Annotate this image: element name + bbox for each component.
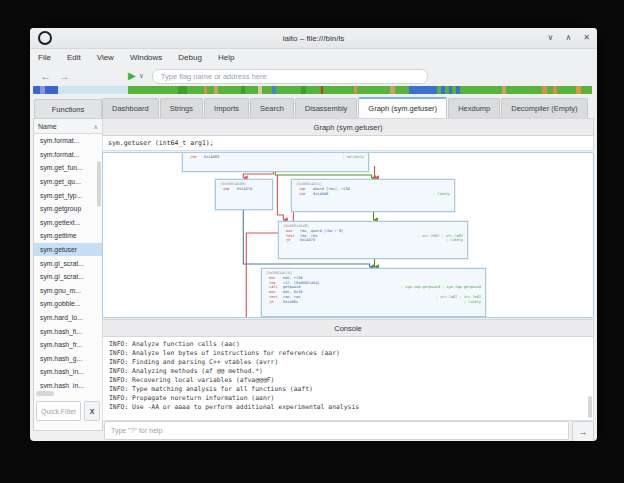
function-list-item[interactable]: sym.get_typ... — [34, 188, 102, 202]
function-list-item[interactable]: sym.hash_in... — [34, 379, 102, 388]
function-list: sym.format...sym.format...sym.get_fun...… — [34, 134, 102, 388]
console-send-button[interactable]: → — [572, 421, 594, 441]
functions-panel: Name ∧ sym.format...sym.format...sym.get… — [33, 118, 103, 431]
flag-address-input[interactable]: Type flag name or address here — [152, 69, 428, 84]
graph-node-0x00014570[interactable]: [0x00014570]movedi, r13dlear12, [0x00021… — [261, 268, 486, 317]
function-list-item[interactable]: sym.get_fun... — [34, 161, 102, 175]
console-dock-title[interactable]: Console — [102, 319, 594, 337]
section-segment — [262, 86, 272, 94]
function-list-item[interactable]: sym.hash_g... — [34, 352, 102, 366]
graph-node-0x00014548[interactable]: [0x00014548]movrbx, qword [rbx + 8]testr… — [278, 221, 468, 259]
tab-graph-sym-getuser[interactable]: Graph (sym.getuser) — [358, 97, 447, 118]
function-list-item[interactable]: sym.get_qu... — [34, 175, 102, 189]
console-log-line: INFO: Recovering local variables (afva@@… — [109, 376, 593, 385]
menu-item-edit[interactable]: Edit — [67, 53, 81, 62]
section-segment — [178, 86, 186, 94]
continue-play-icon[interactable]: ▶ — [128, 71, 136, 81]
name-column-header[interactable]: Name ∧ — [34, 119, 102, 134]
section-segment — [357, 86, 391, 94]
section-segment — [306, 86, 321, 94]
console-log-line: INFO: Finding and parsing C++ vtables (a… — [109, 358, 593, 367]
function-list-item[interactable]: sym.hash_in... — [34, 365, 102, 379]
function-list-item[interactable]: sym.gettime — [34, 229, 102, 243]
instruction-line: jne0x145d8; likely — [292, 192, 454, 197]
function-list-item[interactable]: sym.getuser — [34, 243, 102, 257]
section-segment — [557, 86, 577, 94]
instruction-line: jne0x14583; unlikely — [183, 155, 368, 160]
section-segment — [581, 86, 592, 94]
function-list-item[interactable]: sym.gnu_m... — [34, 284, 102, 298]
section-segment — [33, 86, 40, 94]
node-address: [0x00014551] — [292, 180, 454, 187]
function-list-item[interactable]: sym.gl_scrat... — [34, 270, 102, 284]
menu-item-windows[interactable]: Windows — [130, 53, 162, 62]
tab-row: Functions DashboardStringsImportsSearchD… — [30, 96, 597, 118]
instruction-line: jmp0x14570 — [216, 187, 272, 192]
console-log[interactable]: INFO: Analyze function calls (aac)INFO: … — [102, 337, 594, 421]
node-address: [0x000145d8] — [216, 180, 272, 187]
section-segment — [323, 86, 354, 94]
section-segment — [245, 86, 258, 94]
function-list-item[interactable]: sym.gettext... — [34, 216, 102, 230]
section-segment — [409, 86, 437, 94]
instruction-line: je0x14570; likely — [279, 238, 467, 243]
menu-item-file[interactable]: File — [38, 53, 51, 62]
menu-bar: FileEditViewWindowsDebugHelp — [30, 49, 597, 66]
section-segment — [547, 86, 554, 94]
console-command-input[interactable]: Type "?" for help — [104, 421, 569, 440]
tab-search[interactable]: Search — [250, 98, 294, 118]
graph-view[interactable]: testrbx, rbx; str.5182 ; str.7182jne0x14… — [102, 152, 594, 318]
tab-dashboard[interactable]: Dashboard — [102, 98, 159, 118]
function-list-item[interactable]: sym.gl_scrat... — [34, 256, 102, 270]
function-list-vscrollbar[interactable] — [97, 161, 101, 207]
menu-item-help[interactable]: Help — [218, 53, 234, 62]
graph-dock-title[interactable]: Graph (sym.getuser) — [102, 118, 594, 136]
function-list-item[interactable]: sym.gobble... — [34, 297, 102, 311]
console-log-line: INFO: Analyze function calls (aac) — [109, 340, 593, 349]
function-list-item[interactable]: sym.hard_lo... — [34, 311, 102, 325]
graph-node-0x00014551[interactable]: [0x00014551]cmpdword [rbx], r13djne0x145… — [291, 179, 455, 212]
section-segment — [58, 86, 128, 94]
tab-hexdump[interactable]: Hexdump — [448, 98, 500, 118]
menu-item-view[interactable]: View — [97, 53, 114, 62]
console-log-line: INFO: Propagate noreturn information (aa… — [109, 394, 593, 403]
function-list-hscrollbar[interactable] — [36, 391, 54, 396]
quick-filter-clear-button[interactable]: X — [84, 401, 100, 421]
tab-imports[interactable]: Imports — [204, 98, 249, 118]
quick-filter-input[interactable]: Quick Filter — [36, 401, 81, 421]
functions-dock-tab[interactable]: Functions — [34, 99, 102, 119]
section-segment — [460, 86, 502, 94]
function-signature: sym.getuser (int64_t arg1); — [102, 136, 594, 151]
graph-node[interactable]: testrbx, rbx; str.5182 ; str.7182jne0x14… — [182, 152, 369, 172]
section-segment — [395, 86, 409, 94]
back-icon[interactable]: ← — [40, 71, 51, 82]
console-vscrollbar[interactable] — [588, 396, 592, 418]
name-column-label: Name — [38, 123, 57, 130]
section-segment — [506, 86, 542, 94]
menu-item-debug[interactable]: Debug — [178, 53, 202, 62]
section-map-strip[interactable] — [33, 86, 594, 94]
forward-icon[interactable]: → — [59, 71, 70, 82]
function-list-item[interactable]: sym.format... — [34, 148, 102, 162]
sort-asc-icon: ∧ — [94, 123, 98, 130]
tab-strings[interactable]: Strings — [160, 98, 203, 118]
function-list-item[interactable]: sym.hash_fr... — [34, 338, 102, 352]
section-segment — [187, 86, 204, 94]
close-icon[interactable]: ✕ — [583, 34, 590, 42]
maximize-icon[interactable]: ∧ — [565, 34, 571, 42]
function-list-item[interactable]: sym.hash_fi... — [34, 324, 102, 338]
play-dropdown-icon[interactable]: ∨ — [139, 72, 144, 80]
minimize-icon[interactable]: ∨ — [548, 34, 554, 42]
function-list-item[interactable]: sym.format... — [34, 134, 102, 148]
window-title: iaito – file:///bin/ls — [30, 34, 597, 43]
node-address: [0x00014548] — [279, 222, 467, 229]
function-list-item[interactable]: sym.getgroup — [34, 202, 102, 216]
graph-node-0x000145d8[interactable]: [0x000145d8]jmp0x14570 — [215, 179, 273, 210]
tab-disassembly[interactable]: Disassembly — [295, 98, 358, 118]
console-log-line: INFO: Analyze len bytes of instructions … — [109, 349, 593, 358]
tab-decompiler-empty[interactable]: Decompiler (Empty) — [501, 98, 587, 118]
title-bar[interactable]: iaito – file:///bin/ls ∨ ∧ ✕ — [30, 28, 597, 49]
toolbar: ← → ▶ ∨ Type flag name or address here — [30, 66, 597, 86]
console-log-line: INFO: Analyzing methods (af @@ method.*) — [109, 367, 593, 376]
section-segment — [45, 86, 57, 94]
